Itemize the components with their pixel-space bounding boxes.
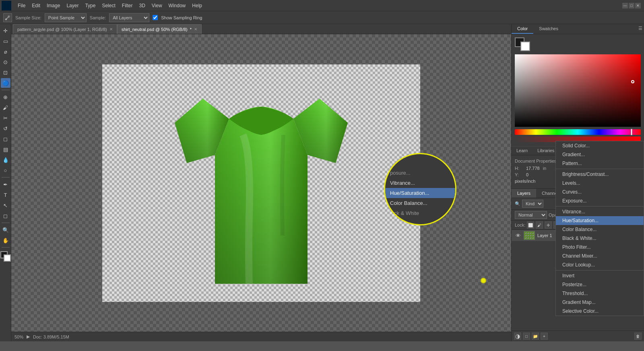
hand-tool[interactable]: ✋: [1, 235, 10, 245]
hue-cursor: [631, 129, 632, 135]
layer-visibility-toggle[interactable]: 👁: [515, 232, 521, 239]
menu-window[interactable]: Window: [165, 1, 189, 10]
spectrum-cursor: [631, 80, 634, 83]
crop-tool[interactable]: ⊡: [1, 68, 10, 77]
dropdown-color-lookup[interactable]: Color Lookup...: [556, 260, 644, 269]
status-bar: 50% ▶ Doc: 3.89M/5.15M: [11, 332, 511, 341]
lock-position-btn[interactable]: ✛: [545, 221, 552, 229]
eraser-tool[interactable]: ◻: [1, 134, 10, 144]
dropdown-pattern[interactable]: Pattern...: [556, 159, 644, 168]
menu-filter[interactable]: Filter: [119, 1, 136, 10]
dropdown-brightness-contrast[interactable]: Brightness/Contrast...: [556, 170, 644, 179]
menu-3d[interactable]: 3D: [136, 1, 148, 10]
status-arrow[interactable]: ▶: [27, 334, 30, 339]
delete-layer[interactable]: 🗑: [634, 332, 642, 340]
blend-mode-select[interactable]: Normal Multiply Screen: [515, 211, 547, 219]
canvas-bg: posure... Vibrance... Hue/Saturation... …: [102, 64, 420, 302]
gradient-tool[interactable]: ▤: [1, 145, 10, 154]
bg-swatch[interactable]: [520, 41, 530, 51]
add-layer-mask[interactable]: □: [523, 332, 530, 340]
dropdown-solid-color[interactable]: Solid Color...: [556, 141, 644, 150]
lock-image-btn[interactable]: 🖌: [536, 221, 543, 229]
color-tab[interactable]: Color: [512, 24, 533, 34]
blur-tool[interactable]: 💧: [1, 155, 10, 165]
dodge-tool[interactable]: ○: [1, 165, 10, 175]
dropdown-exposure[interactable]: Exposure...: [556, 196, 644, 205]
move-tool[interactable]: ✛: [1, 26, 10, 35]
color-swatches: [0, 251, 11, 263]
menu-file[interactable]: File: [14, 1, 29, 10]
dropdown-curves[interactable]: Curves...: [556, 188, 644, 196]
brush-tool[interactable]: 🖌: [1, 103, 10, 112]
menu-layer[interactable]: Layer: [63, 1, 82, 10]
add-fill-adjustment-layer[interactable]: ◑: [514, 332, 521, 340]
minimize-button[interactable]: —: [622, 3, 628, 8]
dropdown-gradient-map[interactable]: Gradient Map...: [556, 298, 644, 307]
layers-tab[interactable]: Layers: [512, 189, 536, 198]
dropdown-black-white[interactable]: Black & White...: [556, 234, 644, 243]
eyedropper-tool-icon[interactable]: [3, 13, 12, 22]
learn-tab[interactable]: Learn: [512, 146, 533, 155]
menu-view[interactable]: View: [149, 1, 165, 10]
close-button[interactable]: ✕: [635, 3, 641, 8]
kind-select[interactable]: Kind: [522, 200, 543, 208]
dropdown-color-balance[interactable]: Color Balance...: [556, 225, 644, 234]
tab-shirt-neutral[interactable]: shirt_neutral.psd @ 50% (RGB/8) * ✕: [117, 24, 202, 34]
dropdown-photo-filter[interactable]: Photo Filter...: [556, 243, 644, 252]
healing-brush-tool[interactable]: ⊕: [1, 92, 10, 102]
hue-bar-row: [515, 129, 641, 135]
dropdown-posterize[interactable]: Posterize...: [556, 280, 644, 289]
menu-help[interactable]: Help: [189, 1, 205, 10]
panel-menu-icon[interactable]: ☰: [637, 24, 644, 34]
eyedropper-tool[interactable]: 🔵: [1, 78, 10, 88]
lasso-tool[interactable]: ⌀: [1, 47, 10, 56]
tool-separator-3: [2, 223, 10, 223]
tab-close-pattern[interactable]: ✕: [109, 27, 113, 31]
quick-selection-tool[interactable]: ⊙: [1, 57, 10, 67]
layer-thumbnail: [524, 231, 535, 240]
tab-close-shirt[interactable]: ✕: [194, 27, 197, 31]
swatches-tab[interactable]: Swatches: [533, 24, 564, 34]
menu-select[interactable]: Select: [99, 1, 118, 10]
left-toolbar: ✛ ▭ ⌀ ⊙ ⊡ 🔵 ⊕ 🖌 ✂ ↺ ◻ ▤ 💧 ○ ✒ T ↖ ◻ 🔍 ✋: [0, 24, 11, 341]
dropdown-gradient[interactable]: Gradient...: [556, 150, 644, 159]
create-group[interactable]: 📁: [532, 332, 539, 340]
background-color[interactable]: [4, 254, 11, 262]
tool-separator-4: [2, 247, 10, 248]
show-sampling-ring-label: Show Sampling Ring: [161, 15, 202, 20]
sample-select[interactable]: All Layers Current Layer: [109, 13, 149, 22]
menu-edit[interactable]: Edit: [29, 1, 43, 10]
pen-tool[interactable]: ✒: [1, 180, 10, 189]
dropdown-hue-saturation[interactable]: Hue/Saturation...: [556, 216, 644, 225]
menu-image[interactable]: Image: [43, 1, 63, 10]
dropdown-invert[interactable]: Invert: [556, 271, 644, 280]
ps-logo: [2, 1, 11, 10]
y-value: 0: [526, 172, 528, 177]
main-layout: ✛ ▭ ⌀ ⊙ ⊡ 🔵 ⊕ 🖌 ✂ ↺ ◻ ▤ 💧 ○ ✒ T ↖ ◻ 🔍 ✋: [0, 24, 644, 341]
dropdown-vibrance[interactable]: Vibrance...: [556, 207, 644, 216]
sample-size-select[interactable]: Point Sample 3 by 3 Average 5 by 5 Avera…: [45, 13, 87, 22]
menu-type[interactable]: Type: [82, 1, 99, 10]
rectangular-marquee-tool[interactable]: ▭: [1, 36, 10, 46]
show-sampling-ring-checkbox[interactable]: [153, 15, 158, 20]
tab-pattern-argyle[interactable]: pattern_argyle.psd @ 100% (Layer 1, RGB/…: [13, 24, 117, 34]
mag-item-color-balance: Color Balance...: [385, 198, 455, 208]
dropdown-levels[interactable]: Levels...: [556, 179, 644, 188]
dropdown-threshold[interactable]: Threshold...: [556, 289, 644, 298]
history-brush-tool[interactable]: ↺: [1, 124, 10, 133]
color-spectrum[interactable]: [515, 54, 641, 127]
path-selection-tool[interactable]: ↖: [1, 200, 10, 210]
dropdown-menu: Solid Color... Gradient... Pattern... Br…: [555, 141, 644, 316]
create-layer[interactable]: +: [541, 332, 548, 340]
doc-size: Doc: 3.89M/5.15M: [33, 334, 69, 339]
lock-transparent-btn[interactable]: ⬜: [527, 221, 534, 229]
dropdown-selective-color[interactable]: Selective Color...: [556, 307, 644, 316]
mag-item-hue-saturation: Hue/Saturation...: [385, 188, 455, 198]
shape-tool[interactable]: ◻: [1, 211, 10, 221]
hue-bar[interactable]: [515, 129, 641, 135]
type-tool[interactable]: T: [1, 190, 10, 200]
dropdown-channel-mixer[interactable]: Channel Mixer...: [556, 252, 644, 260]
clone-stamp-tool[interactable]: ✂: [1, 113, 10, 123]
zoom-tool[interactable]: 🔍: [1, 225, 10, 235]
maximize-button[interactable]: □: [629, 3, 634, 8]
